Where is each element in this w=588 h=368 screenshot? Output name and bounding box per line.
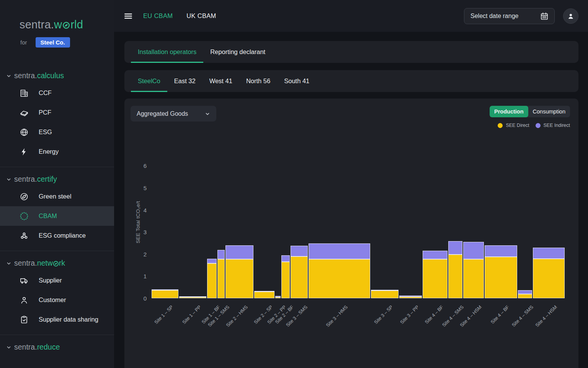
bar-segment-see-direct[interactable] xyxy=(485,257,517,298)
x-axis-label: Site 3 – SP xyxy=(373,304,394,325)
sidebar-section-header-network[interactable]: sentra. netwrk xyxy=(0,259,114,268)
top-tab-eu-cbam[interactable]: EU CBAM xyxy=(143,12,173,20)
bar-segment-see-direct[interactable] xyxy=(225,259,253,298)
sidebar-item-ccf[interactable]: CCF xyxy=(0,83,114,103)
bar-segment-see-indirect[interactable] xyxy=(371,290,399,291)
bar-segment-see-indirect[interactable] xyxy=(518,290,532,294)
bar-segment-see-direct[interactable] xyxy=(399,297,422,298)
calendar-icon xyxy=(540,12,549,21)
y-axis-tick: 2 xyxy=(144,251,147,258)
sidebar-item-esg[interactable]: ESG xyxy=(0,122,114,142)
sidebar-item-label: Customer xyxy=(39,296,66,304)
bar-segment-see-indirect[interactable] xyxy=(275,296,281,297)
leaf-icon xyxy=(20,192,29,201)
bar-segment-see-indirect[interactable] xyxy=(281,255,290,262)
bar-segment-see-indirect[interactable] xyxy=(225,245,253,259)
report-tabs-panel: Installation operatorsReporting declaran… xyxy=(124,41,578,63)
bar-segment-see-direct[interactable] xyxy=(309,259,370,298)
bar-segment-see-indirect[interactable] xyxy=(152,289,178,290)
site-tab-south-41[interactable]: South 41 xyxy=(277,70,316,92)
topbar-right: Select date range xyxy=(464,8,578,24)
legend-label: SEE Direct xyxy=(506,123,529,128)
legend-dot xyxy=(536,123,541,128)
sidebar-item-label: Supplier data sharing xyxy=(39,316,98,323)
bar-segment-see-indirect[interactable] xyxy=(485,245,517,257)
menu-button[interactable] xyxy=(120,8,136,24)
site-tab-west-41[interactable]: West 41 xyxy=(203,70,239,92)
top-tabs: EU CBAMUK CBAM xyxy=(143,12,216,20)
site-tab-north-56[interactable]: North 56 xyxy=(239,70,277,92)
bar-segment-see-direct[interactable] xyxy=(281,262,290,298)
y-axis-tick: 1 xyxy=(144,273,147,279)
topbar: EU CBAMUK CBAM Select date range xyxy=(114,0,588,32)
x-axis-label: Site 4 – HSM xyxy=(534,304,558,328)
sidebar-section-header-calculus[interactable]: sentra. calculus xyxy=(0,71,114,80)
consumption-toggle[interactable]: Consumption xyxy=(528,106,570,117)
bar-segment-see-direct[interactable] xyxy=(217,259,225,298)
sidebar-item-supplier[interactable]: Supplier xyxy=(0,271,114,290)
sidebar-item-esg-compliance[interactable]: ESG compliance xyxy=(0,226,114,245)
top-tab-uk-cbam[interactable]: UK CBAM xyxy=(186,12,216,20)
x-axis-label: Site 1 – PP xyxy=(181,304,202,325)
sidebar-item-cbam[interactable]: CBAM xyxy=(0,206,114,226)
bar-segment-see-direct[interactable] xyxy=(423,259,448,298)
bar-segment-see-direct[interactable] xyxy=(448,255,462,298)
bar-segment-see-direct[interactable] xyxy=(518,294,532,298)
site-tabs-panel: SteelCoEast 32West 41North 56South 41 xyxy=(124,70,578,92)
section-word: calculus xyxy=(37,71,64,80)
bar-segment-see-direct[interactable] xyxy=(207,263,217,298)
sidebar-section-certify: sentra. certify Green steel CBAM ESG com… xyxy=(0,167,114,251)
bar-segment-see-indirect[interactable] xyxy=(448,241,462,255)
avatar[interactable] xyxy=(563,8,578,24)
leaf-icon xyxy=(62,20,70,29)
truck-icon xyxy=(20,276,29,285)
plot-area: SEE Total tCO₂e/t 0123456Site 1 – SPSite… xyxy=(152,151,565,298)
sidebar-item-pcf[interactable]: PCF xyxy=(0,103,114,122)
section-prefix: sentra. xyxy=(14,71,37,80)
bar-segment-see-direct[interactable] xyxy=(179,297,206,298)
sidebar-section-header-reduce[interactable]: sentra. reduce xyxy=(0,343,114,352)
bar-segment-see-direct[interactable] xyxy=(371,291,399,298)
x-axis-label: Site 4 – BF xyxy=(424,304,444,325)
sidebar-item-green-steel[interactable]: Green steel xyxy=(0,187,114,206)
sidebar-item-energy[interactable]: Energy xyxy=(0,142,114,161)
tab-installation-operators[interactable]: Installation operators xyxy=(131,41,203,63)
goods-select[interactable]: Aggregated Goods xyxy=(131,106,216,122)
bar-segment-see-direct[interactable] xyxy=(291,256,308,298)
bar-segment-see-direct[interactable] xyxy=(275,297,281,298)
tab-reporting-declarant[interactable]: Reporting declarant xyxy=(203,41,272,63)
bar-segment-see-indirect[interactable] xyxy=(423,251,448,259)
legend-item-see-indirect[interactable]: SEE Indirect xyxy=(536,123,570,128)
sidebar-item-customer[interactable]: Customer xyxy=(0,290,114,310)
y-axis-title: SEE Total tCO₂e/t xyxy=(135,180,141,264)
ingot-icon xyxy=(20,108,29,117)
bar-segment-see-indirect[interactable] xyxy=(254,291,274,292)
sidebar-item-supplier-data-sharing[interactable]: Supplier data sharing xyxy=(0,310,114,329)
bar-segment-see-indirect[interactable] xyxy=(533,248,565,259)
site-tab-east-32[interactable]: East 32 xyxy=(167,70,203,92)
sidebar-section-header-certify[interactable]: sentra. certify xyxy=(0,175,114,184)
bar-segment-see-indirect[interactable] xyxy=(291,246,308,256)
chart-panel: Aggregated Goods Production Consumption … xyxy=(124,99,578,368)
bar-segment-see-indirect[interactable] xyxy=(463,242,484,260)
bar-segment-see-indirect[interactable] xyxy=(399,296,422,297)
bar-segment-see-indirect[interactable] xyxy=(309,243,370,259)
date-range-picker[interactable]: Select date range xyxy=(464,8,555,24)
legend-item-see-direct[interactable]: SEE Direct xyxy=(498,123,529,128)
sidebar-nav: sentra. calculus CCF PCF ESG Energy sent… xyxy=(0,64,114,360)
bar-segment-see-direct[interactable] xyxy=(533,259,565,298)
production-toggle[interactable]: Production xyxy=(490,106,528,117)
sidebar-section-calculus: sentra. calculus CCF PCF ESG Energy xyxy=(0,64,114,167)
eu-stars-icon xyxy=(20,212,29,221)
bar-segment-see-indirect[interactable] xyxy=(179,296,206,297)
bar-segment-see-direct[interactable] xyxy=(463,259,484,298)
person-icon xyxy=(20,296,29,305)
site-tab-steelco[interactable]: SteelCo xyxy=(131,70,167,92)
x-axis-label: Site 3 – PP xyxy=(399,304,420,325)
chevron-down-icon xyxy=(6,177,11,182)
bar-segment-see-indirect[interactable] xyxy=(207,259,217,263)
bar-segment-see-direct[interactable] xyxy=(254,292,274,298)
bar-segment-see-direct[interactable] xyxy=(152,290,178,298)
logo-prefix: sentra. xyxy=(20,18,54,31)
bar-segment-see-indirect[interactable] xyxy=(217,250,225,259)
